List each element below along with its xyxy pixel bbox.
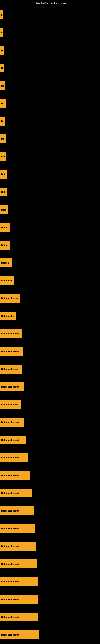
bar-20: Bottleneck result bbox=[0, 347, 23, 356]
bar-label-34: Bottleneck result bbox=[1, 598, 19, 600]
bar-28: Bottleneck result bbox=[0, 489, 32, 498]
bar-14: Bottle bbox=[0, 241, 10, 250]
bar-label-13: Bottle bbox=[1, 226, 7, 228]
bar-row-19: Bottleneck result bbox=[0, 325, 100, 342]
bar-row-35: Bottleneck result bbox=[0, 608, 100, 626]
bar-4: Bo bbox=[0, 64, 4, 72]
bar-row-5: Bo bbox=[0, 77, 100, 94]
bar-row-16: Bottleneck bbox=[0, 272, 100, 290]
bar-row-24: Bottleneck result bbox=[0, 413, 100, 431]
bar-row-34: Bottleneck result bbox=[0, 590, 100, 608]
bar-row-4: Bo bbox=[0, 59, 100, 77]
bar-label-10: Bott bbox=[1, 173, 6, 176]
bar-row-13: Bottle bbox=[0, 218, 100, 236]
bar-label-14: Bottle bbox=[1, 244, 7, 246]
bar-21: Bottleneck resul bbox=[0, 365, 22, 374]
bar-row-32: Bottleneck result bbox=[0, 555, 100, 573]
bar-29: Bottleneck result bbox=[0, 506, 34, 515]
bar-row-26: Bottleneck result bbox=[0, 449, 100, 466]
bar-row-3: Bo bbox=[0, 42, 100, 59]
bar-label-31: Bottleneck result bbox=[1, 545, 19, 548]
bar-label-21: Bottleneck resul bbox=[1, 368, 18, 370]
bar-9: Bot bbox=[0, 152, 6, 161]
bar-label-20: Bottleneck result bbox=[1, 350, 19, 352]
bar-label-2: B bbox=[1, 32, 1, 34]
bar-36: Bottleneck result bbox=[0, 630, 39, 639]
bar-label-5: Bo bbox=[1, 84, 3, 87]
bar-8: Bo bbox=[0, 134, 6, 143]
bar-label-15: Bottlen bbox=[1, 262, 9, 264]
bar-34: Bottleneck result bbox=[0, 595, 38, 604]
bar-row-30: Bottleneck result bbox=[0, 520, 100, 537]
bar-label-25: Bottleneck result bbox=[1, 439, 19, 441]
bar-row-6: Bot bbox=[0, 94, 100, 112]
bar-24: Bottleneck result bbox=[0, 418, 24, 427]
bar-row-36: Bottleneck result bbox=[0, 626, 100, 644]
bar-26: Bottleneck result bbox=[0, 453, 28, 462]
bar-row-23: Bottleneck resu bbox=[0, 396, 100, 413]
bar-19: Bottleneck result bbox=[0, 329, 22, 338]
bar-row-27: Bottleneck result bbox=[0, 466, 100, 484]
bar-row-18: Bottleneck r bbox=[0, 307, 100, 325]
bar-label-1: B bbox=[1, 14, 1, 16]
bar-label-32: Bottleneck result bbox=[1, 563, 19, 565]
bar-label-33: Bottleneck result bbox=[1, 580, 19, 583]
bar-row-9: Bot bbox=[0, 148, 100, 166]
bars-container: BBBoBoBoBotBoBoBotBottBottBottlBottleBot… bbox=[0, 6, 100, 644]
bar-6: Bot bbox=[0, 99, 6, 108]
bar-label-7: Bo bbox=[1, 120, 4, 122]
bar-row-28: Bottleneck result bbox=[0, 484, 100, 502]
bar-row-14: Bottle bbox=[0, 236, 100, 254]
bar-label-28: Bottleneck result bbox=[1, 492, 19, 494]
bar-15: Bottlen bbox=[0, 258, 12, 267]
bar-label-8: Bo bbox=[1, 138, 4, 140]
bar-17: Bottleneck resu bbox=[0, 294, 20, 303]
bar-12: Bottl bbox=[0, 205, 8, 214]
bar-label-6: Bot bbox=[1, 102, 4, 105]
bar-row-31: Bottleneck result bbox=[0, 537, 100, 555]
bar-label-23: Bottleneck resu bbox=[1, 403, 18, 406]
bar-label-29: Bottleneck result bbox=[1, 510, 19, 512]
bar-label-35: Bottleneck result bbox=[1, 616, 19, 618]
bar-27: Bottleneck result bbox=[0, 471, 30, 480]
bar-30: Bottleneck result bbox=[0, 524, 35, 533]
bar-2: B bbox=[0, 28, 3, 37]
bar-label-30: Bottleneck result bbox=[1, 527, 19, 530]
bar-11: Bott bbox=[0, 188, 7, 196]
bar-row-7: Bo bbox=[0, 112, 100, 130]
bar-label-27: Bottleneck result bbox=[1, 474, 19, 476]
bar-3: Bo bbox=[0, 46, 4, 55]
bar-row-29: Bottleneck result bbox=[0, 502, 100, 520]
bar-label-9: Bot bbox=[1, 155, 5, 158]
bar-row-17: Bottleneck resu bbox=[0, 290, 100, 307]
bar-label-36: Bottleneck result bbox=[1, 634, 19, 636]
bar-7: Bo bbox=[0, 117, 5, 126]
bar-label-4: Bo bbox=[1, 67, 3, 69]
bar-5: Bo bbox=[0, 81, 5, 90]
bar-row-12: Bottl bbox=[0, 201, 100, 218]
bar-22: Bottleneck result bbox=[0, 382, 24, 391]
bar-label-17: Bottleneck resu bbox=[1, 297, 18, 300]
site-title: TheBottlenecker.com bbox=[0, 0, 100, 6]
bar-label-19: Bottleneck result bbox=[1, 332, 19, 335]
bar-18: Bottleneck r bbox=[0, 312, 16, 320]
bar-row-33: Bottleneck result bbox=[0, 573, 100, 590]
bar-row-22: Bottleneck result bbox=[0, 378, 100, 396]
bar-1: B bbox=[0, 10, 3, 19]
bar-label-22: Bottleneck result bbox=[1, 386, 19, 388]
bar-label-18: Bottleneck r bbox=[1, 315, 14, 317]
bar-row-21: Bottleneck resul bbox=[0, 360, 100, 378]
bar-label-26: Bottleneck result bbox=[1, 456, 19, 459]
bar-31: Bottleneck result bbox=[0, 542, 36, 550]
bar-25: Bottleneck result bbox=[0, 436, 26, 444]
bar-row-8: Bo bbox=[0, 130, 100, 148]
bar-16: Bottleneck bbox=[0, 276, 14, 285]
bar-label-12: Bottl bbox=[1, 208, 6, 211]
bar-13: Bottle bbox=[0, 223, 10, 232]
bar-33: Bottleneck result bbox=[0, 577, 38, 586]
bar-row-11: Bott bbox=[0, 183, 100, 201]
bar-row-1: B bbox=[0, 6, 100, 24]
bar-23: Bottleneck resu bbox=[0, 400, 21, 409]
bar-label-24: Bottleneck result bbox=[1, 421, 19, 424]
bar-row-15: Bottlen bbox=[0, 254, 100, 272]
